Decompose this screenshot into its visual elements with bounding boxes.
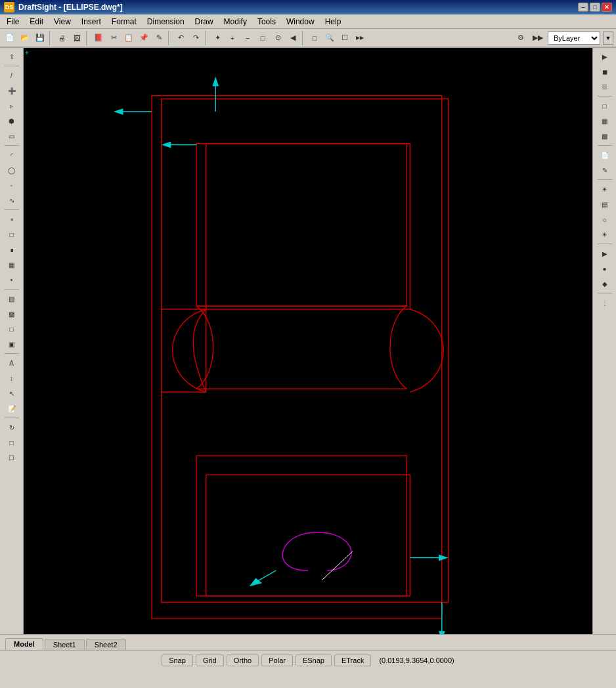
menu-modify[interactable]: Modify: [219, 16, 252, 28]
make-block-tool[interactable]: ∎: [5, 242, 19, 257]
rt-render-button[interactable]: ☀: [598, 182, 612, 196]
rt-xref-button[interactable]: □: [598, 98, 612, 113]
menu-view[interactable]: View: [49, 16, 76, 28]
undo-button[interactable]: ↶: [173, 31, 188, 45]
print-button[interactable]: 🖨: [55, 31, 69, 45]
copy-button[interactable]: 📋: [121, 31, 136, 45]
tab-sheet1[interactable]: Sheet1: [45, 639, 85, 650]
tab-sheet2[interactable]: Sheet2: [86, 639, 126, 650]
view-more-button[interactable]: ▶▶: [353, 31, 367, 45]
svg-marker-16: [439, 555, 449, 561]
zoom-extents-button[interactable]: □: [307, 31, 322, 45]
note-tool[interactable]: 📝: [5, 401, 19, 416]
sep5: [302, 31, 305, 45]
hatch-tool[interactable]: ▧: [5, 291, 19, 306]
rt-sun-button[interactable]: ☀: [598, 227, 612, 242]
polyline-tool[interactable]: ▹: [5, 98, 19, 113]
paste-button[interactable]: 📌: [137, 31, 151, 45]
ellipse-tool[interactable]: ⚬: [5, 212, 19, 226]
insert-block-tool[interactable]: □: [5, 227, 19, 242]
layer-arrow[interactable]: ▼: [603, 32, 613, 45]
region-tool[interactable]: ▣: [5, 337, 19, 351]
rt-sep2: [598, 145, 612, 146]
etrack-button[interactable]: ETrack: [334, 655, 371, 666]
menu-file[interactable]: File: [1, 16, 24, 28]
mtext-tool[interactable]: ↕: [5, 371, 19, 385]
minimize-button[interactable]: –: [578, 3, 588, 12]
zoom-in-button[interactable]: +: [225, 31, 240, 45]
titlebar: DS DraftSight - [ELLIPSE.dwg*] – □ ✕: [0, 0, 616, 14]
point-tool[interactable]: •: [5, 272, 19, 287]
revcloud-tool[interactable]: ◦: [5, 178, 19, 192]
zoom-realtime-button[interactable]: ⊙: [271, 31, 285, 45]
rt-select-button[interactable]: ▶: [598, 49, 612, 64]
layer-settings-button[interactable]: ⚙: [514, 31, 528, 45]
circle-tool[interactable]: ◯: [5, 163, 19, 177]
3d-tool[interactable]: ☐: [5, 450, 19, 465]
menu-dimension[interactable]: Dimension: [142, 16, 190, 28]
ortho-button[interactable]: Ortho: [227, 655, 259, 666]
rt-layers-button[interactable]: ☰: [598, 79, 612, 94]
zoom-scale-button[interactable]: 🔍: [322, 31, 337, 45]
rt-properties-button[interactable]: ◼: [598, 64, 612, 79]
rt-fly-button[interactable]: ◆: [598, 276, 612, 291]
close-button[interactable]: ✕: [602, 3, 612, 12]
rt-materials-button[interactable]: ▤: [598, 197, 612, 211]
wipeout-tool[interactable]: □: [5, 435, 19, 450]
rt-camera-button[interactable]: ▶: [598, 246, 612, 261]
rt-more-button[interactable]: ⋮: [598, 295, 612, 310]
redo-button[interactable]: ↷: [188, 31, 203, 45]
esnap-button[interactable]: ESnap: [296, 655, 332, 666]
svg-rect-1: [206, 144, 410, 309]
save-button[interactable]: 💾: [33, 31, 47, 45]
boundary-tool[interactable]: □: [5, 322, 19, 336]
print-preview-button[interactable]: 🖼: [70, 31, 84, 45]
rotate-tool[interactable]: ↻: [5, 420, 19, 435]
line-tool[interactable]: /: [5, 68, 19, 83]
rt-sheetset-button[interactable]: 📄: [598, 148, 612, 162]
polygon-tool[interactable]: ⬢: [5, 114, 19, 128]
polar-button[interactable]: Polar: [261, 655, 293, 666]
sep3: [168, 31, 171, 45]
rt-walk-button[interactable]: ●: [598, 261, 612, 276]
cursor-tool[interactable]: ⇧: [5, 49, 19, 64]
menu-tools[interactable]: Tools: [252, 16, 281, 28]
cut-button[interactable]: ✂: [106, 31, 121, 45]
svg-marker-12: [114, 108, 123, 115]
titlebar-controls[interactable]: – □ ✕: [578, 3, 612, 12]
rectangle-tool[interactable]: ▭: [5, 129, 19, 143]
rt-markup-button[interactable]: ✎: [598, 163, 612, 177]
snap-button[interactable]: Snap: [162, 655, 193, 666]
menu-help[interactable]: Help: [320, 16, 347, 28]
spline-tool[interactable]: ∿: [5, 193, 19, 207]
rt-design-center-button[interactable]: ▦: [598, 114, 612, 128]
rt-lights-button[interactable]: ☼: [598, 212, 612, 226]
canvas-area[interactable]: +: [24, 48, 592, 634]
gradient-tool[interactable]: ▩: [5, 307, 19, 321]
menu-window[interactable]: Window: [281, 16, 320, 28]
new-button[interactable]: 📄: [3, 31, 17, 45]
layer-dropdown[interactable]: ByLayer Layer1 0: [548, 32, 600, 45]
publish-button[interactable]: 📕: [91, 31, 106, 45]
xline-tool[interactable]: ➕: [5, 83, 19, 98]
zoom-previous-button[interactable]: ◀: [286, 31, 300, 45]
zoom-window-button[interactable]: □: [255, 31, 270, 45]
leader-tool[interactable]: ↖: [5, 386, 19, 400]
restore-button[interactable]: □: [590, 3, 600, 12]
menu-edit[interactable]: Edit: [24, 16, 49, 28]
open-button[interactable]: 📂: [18, 31, 32, 45]
tab-model[interactable]: Model: [5, 638, 43, 650]
pan-button[interactable]: ✦: [210, 31, 225, 45]
zoom-out-button[interactable]: −: [240, 31, 255, 45]
zoom-object-button[interactable]: ☐: [338, 31, 352, 45]
menu-insert[interactable]: Insert: [76, 16, 106, 28]
menu-draw[interactable]: Draw: [190, 16, 219, 28]
rt-tool-palettes-button[interactable]: ▩: [598, 129, 612, 143]
match-properties-button[interactable]: ✎: [152, 31, 166, 45]
table-tool[interactable]: ▦: [5, 257, 19, 272]
menu-format[interactable]: Format: [106, 16, 142, 28]
grid-button[interactable]: Grid: [196, 655, 224, 666]
text-tool[interactable]: A: [5, 356, 19, 370]
layer-more-button[interactable]: ▶▶: [531, 31, 545, 45]
arc-tool[interactable]: ◜: [5, 148, 19, 162]
